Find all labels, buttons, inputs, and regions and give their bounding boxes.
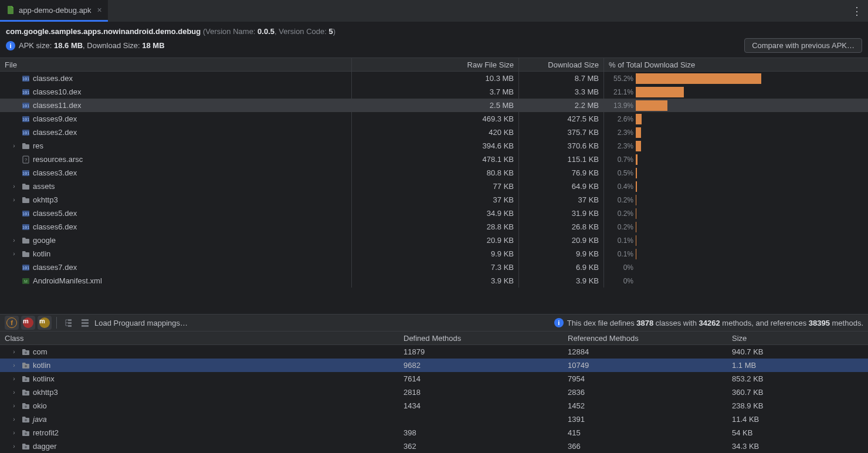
svg-point-28 — [25, 351, 27, 354]
referenced-methods: 1452 — [563, 401, 727, 410]
package-icon — [21, 415, 30, 424]
file-row[interactable]: ›okhttp337 KB37 KB0.2% — [0, 193, 868, 207]
download-size: 9.9 KB — [519, 247, 604, 261]
expand-icon[interactable]: › — [9, 362, 19, 369]
file-row[interactable]: 101classes5.dex34.9 KB31.9 KB0.2% — [0, 207, 868, 220]
svg-point-29 — [25, 365, 27, 367]
file-row[interactable]: 101classes6.dex28.8 KB26.8 KB0.2% — [0, 220, 868, 234]
class-row[interactable]: ›kotlin9682107491.1 MB — [0, 359, 868, 372]
info-icon: i — [6, 41, 15, 50]
tool-fields-icon[interactable]: f — [5, 316, 19, 330]
expand-icon[interactable]: › — [9, 143, 19, 149]
class-row[interactable]: ›okio14341452238.9 KB — [0, 399, 868, 413]
file-name: classes9.dex — [33, 114, 77, 123]
svg-text:101: 101 — [22, 90, 30, 95]
download-size: 6.9 KB — [519, 261, 604, 274]
class-row[interactable]: ›dagger36236634.3 KB — [0, 440, 868, 453]
class-row[interactable]: ›kotlinx76147954853.2 KB — [0, 372, 868, 386]
file-row[interactable]: 101classes2.dex420 KB375.7 KB2.3% — [0, 126, 868, 139]
file-row[interactable]: MAndroidManifest.xml3.9 KB3.9 KB0% — [0, 274, 868, 288]
proguard-link[interactable]: Load Proguard mappings… — [94, 319, 188, 327]
file-row[interactable]: ›google20.9 KB20.9 KB0.1% — [0, 234, 868, 247]
class-row[interactable]: ›java139111.4 KB — [0, 413, 868, 426]
file-row[interactable]: ?resources.arsc478.1 KB115.1 KB0.7% — [0, 153, 868, 166]
class-row[interactable]: ›retrofit239841554 KB — [0, 426, 868, 440]
class-row[interactable]: ›okhttp328182836360.7 KB — [0, 386, 868, 399]
svg-text:101: 101 — [22, 212, 30, 217]
class-row[interactable]: ›com1187912884940.7 KB — [0, 345, 868, 359]
header-size[interactable]: Size — [727, 334, 868, 343]
package-icon — [21, 374, 30, 384]
class-size: 54 KB — [727, 428, 868, 437]
percent-cell: 55.2% — [604, 72, 868, 85]
expand-icon[interactable]: › — [9, 197, 19, 203]
header-defined[interactable]: Defined Methods — [399, 334, 563, 343]
referenced-methods: 12884 — [563, 347, 727, 356]
referenced-methods: 7954 — [563, 374, 727, 383]
file-row[interactable]: 101classes3.dex80.8 KB76.9 KB0.5% — [0, 166, 868, 180]
expand-icon[interactable]: › — [9, 376, 19, 382]
file-row[interactable]: 101classes9.dex469.3 KB427.5 KB2.6% — [0, 112, 868, 126]
download-size: 3.9 KB — [519, 274, 604, 288]
expand-icon[interactable]: › — [9, 430, 19, 436]
defined-methods: 362 — [399, 442, 563, 451]
tool-referenced-icon[interactable]: m — [38, 316, 52, 330]
folder-icon — [21, 141, 30, 151]
info-bar: com.google.samples.apps.nowinandroid.dem… — [0, 22, 868, 55]
svg-rect-26 — [82, 322, 89, 324]
file-row[interactable]: 101classes10.dex3.7 MB3.3 MB21.1% — [0, 85, 868, 99]
expand-icon[interactable]: › — [9, 443, 19, 449]
expand-icon[interactable]: › — [9, 237, 19, 244]
defined-methods: 9682 — [399, 361, 563, 370]
tool-flat-icon[interactable] — [78, 316, 92, 330]
expand-icon[interactable]: › — [9, 251, 19, 257]
class-name: dagger — [33, 442, 56, 451]
class-table-header: Class Defined Methods Referenced Methods… — [0, 332, 868, 345]
download-size: 37 KB — [519, 193, 604, 207]
referenced-methods: 10749 — [563, 361, 727, 370]
raw-size: 420 KB — [352, 126, 519, 139]
class-size: 940.7 KB — [727, 347, 868, 356]
arsc-icon: ? — [21, 155, 30, 164]
tool-methods-icon[interactable]: m — [21, 316, 35, 330]
svg-text:101: 101 — [22, 104, 30, 109]
file-row[interactable]: ›res394.6 KB370.6 KB2.3% — [0, 139, 868, 153]
raw-size: 10.3 MB — [352, 72, 519, 85]
expand-icon[interactable]: › — [9, 349, 19, 355]
expand-icon[interactable]: › — [9, 183, 19, 190]
file-row[interactable]: 101classes.dex10.3 MB8.7 MB55.2% — [0, 72, 868, 85]
class-size: 853.2 KB — [727, 374, 868, 383]
file-row[interactable]: 101classes11.dex2.5 MB2.2 MB13.9% — [0, 99, 868, 112]
file-name: classes11.dex — [33, 101, 81, 110]
close-icon[interactable]: × — [97, 5, 102, 15]
compare-apk-button[interactable]: Compare with previous APK… — [744, 38, 862, 53]
file-row[interactable]: ›kotlin9.9 KB9.9 KB0.1% — [0, 247, 868, 261]
defined-methods: 2818 — [399, 388, 563, 397]
header-download[interactable]: Download Size — [519, 58, 604, 71]
expand-icon[interactable]: › — [9, 389, 19, 395]
header-file[interactable]: File — [0, 58, 352, 71]
file-name: classes2.dex — [33, 128, 77, 137]
file-row[interactable]: 101classes7.dex7.3 KB6.9 KB0% — [0, 261, 868, 274]
header-raw[interactable]: Raw File Size — [352, 58, 519, 71]
svg-text:101: 101 — [22, 77, 30, 82]
header-pct[interactable]: % of Total Download Size — [604, 58, 868, 71]
file-name: resources.arsc — [33, 155, 83, 164]
dex-icon: 101 — [21, 74, 30, 83]
raw-size: 478.1 KB — [352, 153, 519, 166]
header-class[interactable]: Class — [0, 334, 399, 343]
file-row[interactable]: ›assets77 KB64.9 KB0.4% — [0, 180, 868, 193]
raw-size: 20.9 KB — [352, 234, 519, 247]
expand-icon[interactable]: › — [9, 416, 19, 422]
dex-icon: 101 — [21, 222, 30, 232]
more-menu-icon[interactable]: ⋮ — [852, 5, 862, 18]
header-referenced[interactable]: Referenced Methods — [563, 334, 727, 343]
expand-icon[interactable]: › — [9, 403, 19, 409]
referenced-methods: 366 — [563, 442, 727, 451]
tool-tree-icon[interactable] — [62, 316, 76, 330]
editor-tab[interactable]: app-demo-debug.apk × — [0, 0, 108, 22]
download-size: 3.3 MB — [519, 85, 604, 99]
class-name: com — [33, 347, 48, 356]
file-table: File Raw File Size Download Size % of To… — [0, 58, 868, 314]
class-size: 360.7 KB — [727, 388, 868, 397]
